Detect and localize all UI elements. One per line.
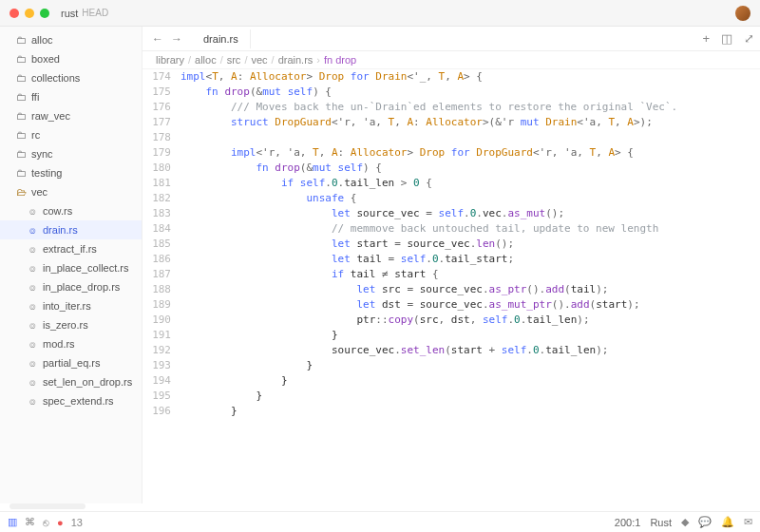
line-number[interactable]: 187 — [142, 267, 171, 282]
folder-item[interactable]: 🗀rc — [0, 125, 142, 144]
nav-back-icon[interactable]: ← — [152, 32, 163, 46]
breadcrumb-symbol[interactable]: fn drop — [324, 54, 356, 66]
record-icon[interactable]: ● — [57, 517, 64, 528]
file-item[interactable]: ⌾extract_if.rs — [0, 239, 142, 258]
folder-item[interactable]: 🗀raw_vec — [0, 106, 142, 125]
split-pane-button[interactable]: ◫ — [715, 31, 738, 46]
line-number[interactable]: 177 — [142, 115, 171, 130]
breadcrumb-segment[interactable]: library — [156, 54, 184, 66]
code-line[interactable]: let tail = self.0.tail_start; — [180, 252, 750, 267]
code-line[interactable]: ptr::copy(src, dst, self.0.tail_len); — [180, 313, 750, 328]
folder-item[interactable]: 🗀boxed — [0, 49, 142, 68]
notifications-icon[interactable]: 🔔 — [721, 516, 734, 528]
line-number[interactable]: 189 — [142, 297, 171, 313]
project-panel-icon[interactable]: ▥ — [8, 516, 17, 528]
folder-item[interactable]: 🗀collections — [0, 68, 142, 87]
code-line[interactable]: impl<'r, 'a, T, A: Allocator> Drop for D… — [180, 145, 750, 161]
file-item[interactable]: ⌾mod.rs — [0, 334, 142, 353]
tab-active[interactable]: drain.rs — [192, 29, 251, 48]
line-number[interactable]: 185 — [142, 237, 171, 252]
code-line[interactable]: } — [180, 328, 750, 343]
nav-forward-icon[interactable]: → — [171, 32, 182, 46]
file-item[interactable]: ⌾is_zero.rs — [0, 315, 142, 334]
file-item[interactable]: ⌾into_iter.rs — [0, 296, 142, 315]
file-item[interactable]: ⌾partial_eq.rs — [0, 353, 142, 372]
line-number[interactable]: 195 — [142, 389, 171, 404]
code-line[interactable]: let start = source_vec.len(); — [180, 237, 750, 252]
code-line[interactable]: let dst = source_vec.as_mut_ptr().add(st… — [180, 297, 750, 313]
file-item[interactable]: ⌾in_place_collect.rs — [0, 258, 142, 277]
folder-item[interactable]: 🗀ffi — [0, 87, 142, 106]
line-number[interactable]: 191 — [142, 328, 171, 343]
maximize-window-icon[interactable] — [40, 9, 49, 18]
file-item[interactable]: ⌾drain.rs — [0, 220, 142, 239]
folder-item[interactable]: 🗀sync — [0, 144, 142, 163]
line-number[interactable]: 184 — [142, 221, 171, 237]
language-mode[interactable]: Rust — [650, 517, 672, 528]
line-number[interactable]: 175 — [142, 85, 171, 100]
line-number[interactable]: 176 — [142, 100, 171, 115]
user-icon[interactable]: ⎋ — [43, 517, 49, 528]
project-name[interactable]: rust — [61, 8, 78, 19]
line-number[interactable]: 193 — [142, 358, 171, 373]
code-editor[interactable]: 1741751761771781791801811821831841851861… — [142, 69, 760, 504]
code-line[interactable]: if tail ≠ start { — [180, 267, 750, 282]
line-number[interactable]: 182 — [142, 191, 171, 206]
code-line[interactable]: fn drop(&mut self) { — [180, 161, 750, 176]
line-number[interactable]: 190 — [142, 313, 171, 328]
file-item[interactable]: ⌾spec_extend.rs — [0, 391, 142, 410]
line-number[interactable]: 179 — [142, 145, 171, 161]
breadcrumb-segment[interactable]: vec — [251, 54, 267, 66]
collab-icon[interactable]: ⌘ — [25, 516, 35, 528]
breadcrumb-segment[interactable]: drain.rs — [278, 54, 314, 66]
folder-item[interactable]: 🗀alloc — [0, 30, 142, 49]
code-line[interactable]: } — [180, 389, 750, 404]
breadcrumb-segment[interactable]: alloc — [195, 54, 217, 66]
copilot-icon[interactable]: ◆ — [681, 516, 689, 528]
new-tab-button[interactable]: + — [696, 31, 715, 46]
horizontal-scrollbar[interactable] — [10, 504, 86, 509]
git-branch-badge[interactable]: HEAD — [82, 8, 108, 18]
code-line[interactable]: let source_vec = self.0.vec.as_mut(); — [180, 206, 750, 221]
line-number[interactable]: 186 — [142, 252, 171, 267]
code-line[interactable]: source_vec.set_len(start + self.0.tail_l… — [180, 343, 750, 358]
line-number[interactable]: 192 — [142, 343, 171, 358]
feedback-icon[interactable]: ✉ — [744, 516, 752, 528]
line-number[interactable]: 180 — [142, 161, 171, 176]
line-number[interactable]: 196 — [142, 404, 171, 419]
file-item[interactable]: ⌾set_len_on_drop.rs — [0, 372, 142, 391]
breadcrumb[interactable]: library/alloc/src/vec/drain.rs›fn drop — [142, 51, 760, 69]
code-line[interactable]: } — [180, 404, 750, 419]
code-line[interactable] — [180, 130, 750, 145]
cursor-position[interactable]: 200:1 — [615, 517, 641, 528]
file-item[interactable]: ⌾in_place_drop.rs — [0, 277, 142, 296]
code-line[interactable]: let src = source_vec.as_ptr().add(tail); — [180, 282, 750, 297]
close-window-icon[interactable] — [10, 9, 19, 18]
code-line[interactable]: unsafe { — [180, 191, 750, 206]
file-item[interactable]: ⌾cow.rs — [0, 201, 142, 220]
code-line[interactable]: /// Moves back the un-`Drain`ed elements… — [180, 100, 750, 115]
maximize-pane-button[interactable]: ⤢ — [738, 31, 760, 46]
code-line[interactable]: } — [180, 358, 750, 373]
folder-item[interactable]: 🗀testing — [0, 163, 142, 182]
code-content[interactable]: impl<T, A: Allocator> Drop for Drain<'_,… — [180, 69, 760, 504]
diagnostics-count[interactable]: 13 — [71, 517, 83, 528]
folder-item[interactable]: 🗁vec — [0, 182, 142, 201]
code-line[interactable]: fn drop(&mut self) { — [180, 85, 750, 100]
avatar[interactable] — [735, 6, 750, 21]
minimize-window-icon[interactable] — [25, 9, 34, 18]
code-line[interactable]: impl<T, A: Allocator> Drop for Drain<'_,… — [180, 69, 750, 85]
line-number[interactable]: 174 — [142, 69, 171, 85]
chat-icon[interactable]: 💬 — [698, 516, 712, 528]
code-line[interactable]: if self.0.tail_len > 0 { — [180, 176, 750, 191]
line-number[interactable]: 181 — [142, 176, 171, 191]
file-tree[interactable]: 🗀alloc🗀boxed🗀collections🗀ffi🗀raw_vec🗀rc🗀… — [0, 27, 142, 504]
code-line[interactable]: } — [180, 373, 750, 389]
line-number[interactable]: 183 — [142, 206, 171, 221]
code-line[interactable]: // memmove back untouched tail, update t… — [180, 221, 750, 237]
line-number[interactable]: 194 — [142, 373, 171, 389]
line-number[interactable]: 178 — [142, 130, 171, 145]
code-line[interactable]: struct DropGuard<'r, 'a, T, A: Allocator… — [180, 115, 750, 130]
breadcrumb-segment[interactable]: src — [227, 54, 241, 66]
line-number[interactable]: 188 — [142, 282, 171, 297]
